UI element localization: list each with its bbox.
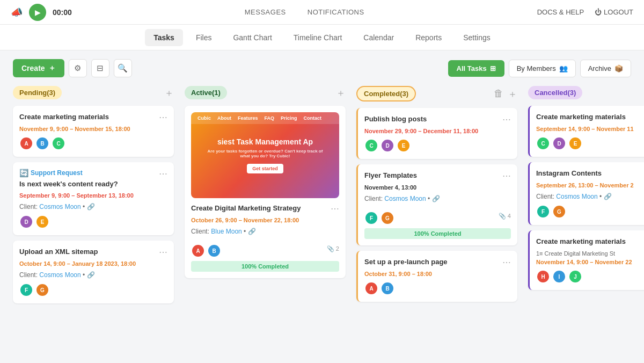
column-header-active: Active(1) ＋ xyxy=(185,86,346,99)
tab-timeline-chart[interactable]: Timeline Chart xyxy=(285,29,351,46)
client-link[interactable]: Blue Moon xyxy=(211,228,241,235)
progress-label: 100% Completed xyxy=(191,261,339,272)
avatar: G xyxy=(35,283,49,297)
client-link[interactable]: Cosmos Moon xyxy=(384,195,426,202)
by-members-button[interactable]: By Members 👥 xyxy=(509,60,576,77)
avatar: D xyxy=(552,136,566,150)
client-link[interactable]: Cosmos Moon xyxy=(39,271,80,279)
timer: 00:00 xyxy=(53,8,72,17)
card-menu-button[interactable]: ⋯ xyxy=(159,112,167,122)
sub-nav: Tasks Files Gantt Chart Timeline Chart C… xyxy=(0,25,644,50)
create-label: Create xyxy=(21,64,45,72)
avatar: G xyxy=(380,211,394,225)
client-link[interactable]: Cosmos Moon xyxy=(39,203,80,210)
avatar: C xyxy=(536,136,550,150)
by-members-label: By Members xyxy=(517,64,556,72)
tab-settings[interactable]: Settings xyxy=(455,29,499,46)
card-publish-blog: Publish blog posts ⋯ November 29, 9:00 –… xyxy=(356,108,517,159)
add-active-button[interactable]: ＋ xyxy=(336,86,346,99)
card-header: Publish blog posts ⋯ xyxy=(364,114,511,125)
toolbar-right: All Tasks ⊞ By Members 👥 Archive 📦 xyxy=(448,60,631,77)
all-tasks-button[interactable]: All Tasks ⊞ xyxy=(448,60,504,77)
card-client: Client: Cosmos Moon • 🔗 xyxy=(364,195,511,202)
archive-button[interactable]: Archive 📦 xyxy=(580,60,631,77)
card-title: Flyer Templates xyxy=(364,171,502,180)
card-avatars: D E xyxy=(19,215,167,229)
top-nav-right: DOCS & HELP ⏻ LOGOUT xyxy=(537,8,633,16)
card-title: Is next week's content ready? xyxy=(19,179,159,189)
card-title: Create marketing materials xyxy=(536,112,644,122)
cancelled-title: Cancelled(3) xyxy=(528,86,582,99)
card-menu-button[interactable]: ⋯ xyxy=(159,247,167,257)
card-header: Create Digital Marketing Strategy ⋯ xyxy=(191,204,339,214)
search-icon-button[interactable]: 🔍 xyxy=(114,59,132,77)
pending-title: Pending(3) xyxy=(13,86,62,99)
logout-icon: ⏻ xyxy=(595,8,602,16)
avatar: C xyxy=(52,136,65,150)
card-header: Instagram Contents ⋯ xyxy=(536,169,644,179)
delete-completed-button[interactable]: 🗑 xyxy=(494,88,503,100)
play-button[interactable]: ▶ xyxy=(29,4,46,21)
column-header-completed: Completed(3) 🗑 ＋ xyxy=(356,86,517,101)
card-date: September 9, 9:00 – September 13, 18:00 xyxy=(19,192,167,199)
card-header: Create marketing materials ⋯ xyxy=(19,112,167,122)
card-date: September 14, 9:00 – November 11 xyxy=(536,126,644,132)
notifications-link[interactable]: NOTIFICATIONS xyxy=(308,8,364,16)
toolbar: Create ＋ ⚙ ⊟ 🔍 All Tasks ⊞ By Members 👥 … xyxy=(0,50,644,86)
avatar: B xyxy=(380,281,394,295)
card-title: Upload an XML sitemap xyxy=(19,247,159,257)
tab-calendar[interactable]: Calendar xyxy=(355,29,402,46)
tab-gantt-chart[interactable]: Gantt Chart xyxy=(224,29,280,46)
add-pending-button[interactable]: ＋ xyxy=(164,86,174,99)
settings-icon-button[interactable]: ⚙ xyxy=(69,59,87,77)
tab-reports[interactable]: Reports xyxy=(407,29,450,46)
card-avatars: A B xyxy=(191,244,221,258)
card-instagram-contents: Instagram Contents ⋯ September 26, 13:00… xyxy=(528,162,644,225)
card-create-marketing-cancelled: Create marketing materials ⋯ September 1… xyxy=(528,106,644,157)
card-date: November 9, 9:00 – November 15, 18:00 xyxy=(19,126,167,132)
card-menu-button[interactable]: ⋯ xyxy=(502,114,511,125)
avatar: E xyxy=(568,136,582,150)
add-completed-button[interactable]: ＋ xyxy=(508,88,517,100)
fake-sub-text: Are your tasks forgotten or overdue? Can… xyxy=(200,147,331,161)
card-date: September 26, 13:00 – November 2 xyxy=(536,182,644,188)
people-icon: 👥 xyxy=(559,64,568,72)
card-header: Create marketing materials ⋯ xyxy=(536,237,644,247)
tab-files[interactable]: Files xyxy=(187,29,221,46)
avatar: G xyxy=(552,205,566,219)
card-footer: F G 📎 4 xyxy=(364,207,511,225)
card-title: Publish blog posts xyxy=(364,114,502,124)
avatar: E xyxy=(397,139,411,153)
card-client: Client: Cosmos Moon • 🔗 xyxy=(19,203,167,210)
column-pending: Pending(3) ＋ Create marketing materials … xyxy=(13,86,174,309)
filter-icon-button[interactable]: ⊟ xyxy=(91,59,109,77)
client-link[interactable]: Cosmos Moon xyxy=(556,193,597,200)
card-menu-button[interactable]: ⋯ xyxy=(331,204,339,214)
card-title: Instagram Contents xyxy=(536,169,644,178)
share-icon: 🔗 xyxy=(604,193,612,200)
column-header-pending: Pending(3) ＋ xyxy=(13,86,174,99)
create-button[interactable]: Create ＋ xyxy=(13,59,64,77)
card-menu-button[interactable]: ⋯ xyxy=(502,171,511,181)
avatar: E xyxy=(35,215,49,229)
card-date: November 14, 9:00 – November 22 xyxy=(536,259,644,265)
card-avatars: H I J xyxy=(536,270,644,284)
card-menu-button[interactable]: ⋯ xyxy=(159,169,167,179)
archive-icon: 📦 xyxy=(614,64,623,72)
card-avatars: A B xyxy=(364,281,511,295)
plus-icon: ＋ xyxy=(48,63,56,73)
card-avatars: A B C xyxy=(19,136,167,150)
active-title: Active(1) xyxy=(185,86,227,99)
card-menu-button[interactable]: ⋯ xyxy=(502,257,511,267)
card-flyer-templates: Flyer Templates ⋯ November 4, 13:00 Clie… xyxy=(356,164,517,245)
card-title: Create marketing materials xyxy=(19,112,159,122)
tab-tasks[interactable]: Tasks xyxy=(145,29,183,46)
messages-link[interactable]: MESSAGES xyxy=(245,8,286,16)
logout-link[interactable]: ⏻ LOGOUT xyxy=(595,8,633,16)
avatar: B xyxy=(207,244,221,258)
avatar: A xyxy=(19,136,33,150)
card-header: Set up a pre-launch page ⋯ xyxy=(364,257,511,267)
card-date: October 26, 9:00 – November 22, 18:00 xyxy=(191,217,339,223)
attach-count: 📎 4 xyxy=(499,213,511,220)
docs-help-link[interactable]: DOCS & HELP xyxy=(537,8,584,16)
